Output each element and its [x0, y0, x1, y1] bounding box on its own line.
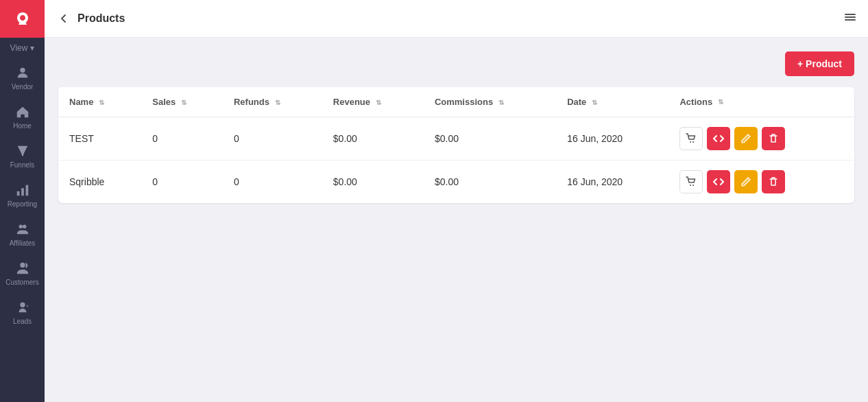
cell-revenue: $0.00 — [322, 161, 424, 204]
sort-icon-commissions[interactable]: ⇅ — [498, 99, 504, 106]
menu-icon[interactable] — [843, 10, 857, 27]
sidebar-item-home-label: Home — [13, 122, 32, 130]
chevron-down-icon: ▾ — [30, 43, 34, 53]
cell-actions — [668, 161, 854, 204]
add-product-button[interactable]: + Product — [785, 51, 854, 76]
svg-point-5 — [23, 225, 27, 229]
cell-revenue: $0.00 — [322, 117, 424, 161]
svg-point-0 — [20, 68, 25, 73]
edit-button[interactable] — [734, 127, 758, 150]
cell-refunds: 0 — [223, 117, 322, 161]
sidebar-item-funnels[interactable]: Funnels — [0, 137, 45, 176]
products-table: Name ⇅ Sales ⇅ Refunds ⇅ Revenue — [58, 87, 854, 203]
sidebar-item-funnels-label: Funnels — [10, 161, 35, 169]
svg-point-7 — [20, 303, 25, 307]
cell-date: 16 Jun, 2020 — [556, 117, 668, 161]
svg-rect-3 — [25, 185, 28, 196]
back-button[interactable] — [56, 10, 72, 27]
main-area: Products + Product Name ⇅ Sales — [45, 0, 868, 402]
sidebar-item-affiliates[interactable]: Affiliates — [0, 215, 45, 254]
svg-point-14 — [692, 185, 694, 186]
sidebar-view-toggle[interactable]: View ▾ — [0, 38, 45, 58]
svg-point-6 — [20, 263, 25, 268]
sidebar-item-affiliates-label: Affiliates — [10, 239, 36, 247]
cell-refunds: 0 — [223, 161, 322, 204]
column-actions: Actions ⇅ — [668, 87, 854, 117]
sidebar: View ▾ Vendor Home Funnels Reporting Aff… — [0, 0, 45, 402]
svg-point-12 — [692, 141, 694, 143]
sort-icon-date[interactable]: ⇅ — [592, 99, 597, 106]
cell-commissions: $0.00 — [424, 161, 556, 204]
column-revenue: Revenue ⇅ — [322, 87, 424, 117]
svg-rect-8 — [845, 14, 856, 15]
page-title: Products — [77, 12, 843, 25]
sort-icon-sales[interactable]: ⇅ — [181, 99, 186, 106]
sidebar-item-vendor-label: Vendor — [12, 83, 34, 91]
svg-point-4 — [19, 225, 23, 229]
cell-date: 16 Jun, 2020 — [556, 161, 668, 204]
column-sales: Sales ⇅ — [141, 87, 223, 117]
cell-commissions: $0.00 — [424, 117, 556, 161]
sidebar-item-reporting-label: Reporting — [8, 200, 37, 208]
sort-icon-name[interactable]: ⇅ — [99, 99, 104, 106]
delete-button[interactable] — [762, 170, 785, 193]
column-date: Date ⇅ — [556, 87, 668, 117]
svg-rect-9 — [845, 16, 856, 18]
sidebar-item-leads-label: Leads — [13, 318, 32, 325]
svg-point-13 — [690, 185, 691, 186]
column-name: Name ⇅ — [58, 87, 141, 117]
svg-rect-1 — [16, 191, 19, 196]
sidebar-item-leads[interactable]: Leads — [0, 293, 45, 332]
svg-rect-2 — [21, 188, 24, 196]
sidebar-logo[interactable] — [0, 0, 45, 38]
sidebar-item-home[interactable]: Home — [0, 97, 45, 137]
sort-icon-revenue[interactable]: ⇅ — [376, 99, 381, 106]
cell-actions — [668, 117, 854, 161]
toolbar: + Product — [58, 51, 854, 87]
cart-button[interactable] — [679, 127, 703, 150]
sidebar-item-customers[interactable]: Customers — [0, 254, 45, 293]
content-area: + Product Name ⇅ Sales ⇅ Re — [45, 38, 868, 402]
products-table-container: Name ⇅ Sales ⇅ Refunds ⇅ Revenue — [58, 87, 854, 203]
topbar: Products — [45, 0, 868, 38]
code-button[interactable] — [707, 127, 730, 150]
sidebar-item-reporting[interactable]: Reporting — [0, 176, 45, 215]
table-row: TEST 0 0 $0.00 $0.00 16 Jun, 2020 — [58, 117, 854, 161]
sidebar-item-customers-label: Customers — [5, 279, 38, 286]
sort-icon-refunds[interactable]: ⇅ — [275, 99, 280, 106]
cell-name: TEST — [58, 117, 141, 161]
delete-button[interactable] — [762, 127, 785, 150]
cell-sales: 0 — [141, 161, 223, 204]
column-commissions: Commissions ⇅ — [424, 87, 556, 117]
edit-button[interactable] — [734, 170, 758, 193]
sort-icon-actions[interactable]: ⇅ — [718, 98, 723, 106]
table-header-row: Name ⇅ Sales ⇅ Refunds ⇅ Revenue — [58, 87, 854, 117]
code-button[interactable] — [707, 170, 730, 193]
view-label: View — [10, 43, 28, 53]
table-row: Sqribble 0 0 $0.00 $0.00 16 Jun, 2020 — [58, 161, 854, 204]
column-refunds: Refunds ⇅ — [223, 87, 322, 117]
svg-rect-10 — [845, 19, 856, 21]
cell-sales: 0 — [141, 117, 223, 161]
svg-point-11 — [690, 141, 691, 143]
cell-name: Sqribble — [58, 161, 141, 204]
cart-button[interactable] — [679, 170, 703, 193]
sidebar-item-vendor[interactable]: Vendor — [0, 58, 45, 97]
